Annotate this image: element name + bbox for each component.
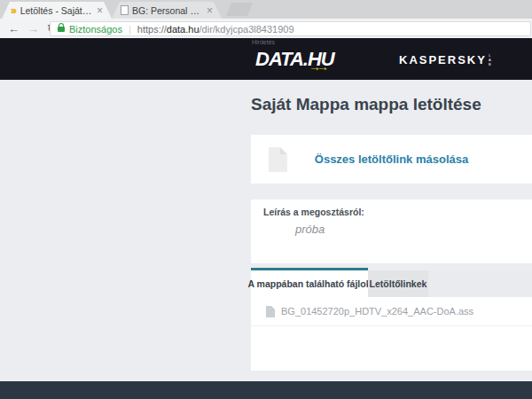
- browser-tab-title: BG: Personal Bodyguard: [132, 5, 202, 16]
- new-tab-button[interactable]: [226, 3, 253, 16]
- page-title: Saját Mappa mappa letöltése: [251, 95, 481, 114]
- browser-window: » Letöltés - Saját Mappa | × BG: Persona…: [0, 0, 532, 399]
- omnibox-separator: |: [129, 24, 131, 35]
- tab-files-in-folder[interactable]: A mappában található fájlok: [251, 270, 368, 297]
- forward-icon[interactable]: →: [27, 23, 39, 35]
- copy-links-card: Összes letöltőlink másolása: [251, 135, 532, 184]
- ad-banner[interactable]: Hirdetés DATA.HU →→ KASPERSKYLAB: [0, 38, 532, 80]
- datahu-favicon-icon: »: [11, 5, 17, 16]
- ad-label: Hirdetés: [252, 39, 275, 45]
- address-bar[interactable]: Biztonságos | https://data.hu/dir/kdyjcp…: [50, 21, 531, 36]
- kaspersky-lab-label: LAB: [488, 53, 492, 66]
- url-path: /dir/kdyjcpa3l8431909: [200, 24, 294, 35]
- file-row[interactable]: BG_01452720p_HDTV_x264_AAC-DoA.ass: [251, 297, 532, 326]
- close-icon[interactable]: ×: [207, 5, 213, 16]
- blank-page-icon: [121, 5, 129, 15]
- back-icon[interactable]: ←: [8, 23, 20, 35]
- tab-row-filler: [428, 270, 532, 297]
- description-label: Leírás a megosztásról:: [263, 207, 364, 217]
- url-host: data.hu: [167, 24, 200, 35]
- security-label: Biztonságos: [69, 24, 122, 35]
- close-icon[interactable]: ×: [97, 5, 103, 16]
- share-description-card: Leírás a megosztásról: próba: [251, 200, 532, 263]
- description-value: próba: [295, 223, 325, 236]
- url-scheme: https://: [137, 24, 167, 35]
- copy-all-links-button[interactable]: Összes letöltőlink másolása: [251, 135, 532, 184]
- browser-toolbar: ← → ↻ Biztonságos | https://data.hu/dir/…: [0, 19, 532, 38]
- datahu-arrows-icon: →→: [309, 59, 325, 74]
- file-list-panel: BG_01452720p_HDTV_x264_AAC-DoA.ass: [251, 297, 532, 371]
- browser-tab-title: Letöltés - Saját Mappa |: [20, 5, 92, 16]
- browser-tab-strip: » Letöltés - Saját Mappa | × BG: Persona…: [0, 0, 532, 19]
- file-icon: [266, 306, 275, 317]
- file-name: BG_01452720p_HDTV_x264_AAC-DoA.ass: [281, 297, 473, 326]
- browser-tab-datahu[interactable]: » Letöltés - Saját Mappa | ×: [2, 2, 112, 19]
- kaspersky-wordmark: KASPERSKY: [399, 53, 487, 66]
- kaspersky-logo: KASPERSKYLAB: [399, 53, 492, 66]
- tab-download-links[interactable]: Letöltőlinkek: [368, 270, 428, 297]
- secure-lock-icon: [58, 27, 65, 32]
- page-footer: [0, 381, 532, 399]
- browser-tab-bodyguard[interactable]: BG: Personal Bodyguard ×: [112, 2, 222, 19]
